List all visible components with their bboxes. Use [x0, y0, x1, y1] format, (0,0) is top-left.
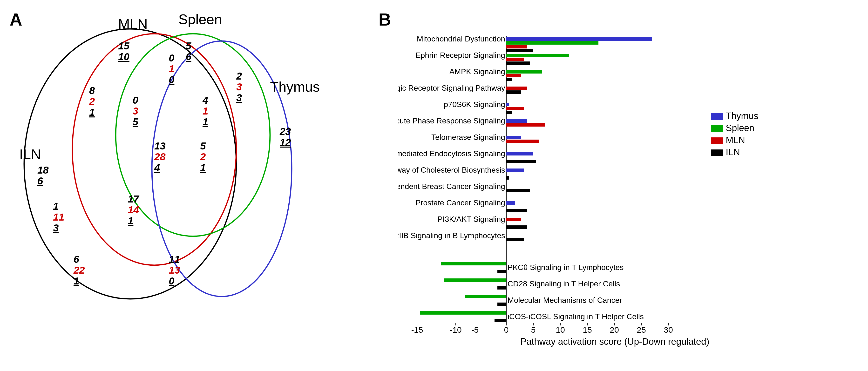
svg-text:1: 1: [200, 162, 206, 173]
spleen-label: Spleen: [179, 11, 222, 27]
svg-text:Telomerase Signaling: Telomerase Signaling: [431, 133, 505, 142]
svg-rect-115: [497, 286, 506, 289]
svg-rect-96: [506, 160, 536, 163]
svg-text:6: 6: [37, 175, 43, 187]
svg-text:Estrogen-Dependent Breast Canc: Estrogen-Dependent Breast Cancer Signali…: [398, 182, 505, 191]
svg-rect-90: [506, 123, 545, 127]
svg-rect-106: [506, 218, 521, 221]
svg-text:30: 30: [664, 325, 673, 334]
svg-text:15: 15: [118, 40, 129, 52]
svg-rect-117: [465, 295, 506, 298]
svg-text:20: 20: [610, 325, 619, 334]
svg-text:5: 5: [133, 116, 138, 127]
svg-text:-5: -5: [471, 325, 478, 334]
svg-rect-75: [506, 58, 524, 61]
svg-text:P2Y Purinergic Receptor Signal: P2Y Purinergic Receptor Signaling Pathwa…: [398, 84, 505, 92]
svg-text:5: 5: [186, 40, 191, 52]
svg-text:0: 0: [169, 74, 174, 85]
svg-rect-87: [506, 111, 513, 114]
svg-text:Prostate Cancer Signaling: Prostate Cancer Signaling: [415, 198, 505, 207]
svg-text:Mitochondrial Dysfunction: Mitochondrial Dysfunction: [417, 34, 505, 43]
svg-rect-80: [506, 78, 513, 81]
svg-rect-128: [711, 150, 723, 156]
mln-label: MLN: [118, 16, 148, 32]
svg-text:1: 1: [53, 200, 59, 212]
svg-text:Thymus: Thymus: [726, 111, 758, 121]
svg-text:28: 28: [154, 151, 166, 162]
svg-rect-98: [506, 168, 524, 172]
svg-rect-78: [506, 70, 542, 73]
svg-text:4: 4: [202, 94, 208, 106]
svg-rect-126: [711, 137, 723, 144]
svg-text:p70S6K Signaling: p70S6K Signaling: [444, 100, 505, 109]
svg-rect-120: [420, 311, 506, 315]
svg-text:Ephrin Receptor Signaling: Ephrin Receptor Signaling: [415, 51, 505, 60]
svg-text:FCγRIIB Signaling in B Lymphoc: FCγRIIB Signaling in B Lymphocytes: [398, 231, 505, 240]
svg-text:0: 0: [169, 52, 174, 64]
svg-text:3: 3: [53, 222, 59, 234]
svg-text:11: 11: [53, 211, 64, 223]
thymus-label: Thymus: [270, 79, 320, 94]
svg-rect-79: [506, 74, 521, 78]
iln-label: ILN: [19, 146, 41, 162]
svg-text:0: 0: [169, 275, 174, 287]
svg-text:Superpathway of Cholesterol Bi: Superpathway of Cholesterol Biosynthesis: [398, 165, 505, 174]
svg-text:CD28 Signaling in T Helper Cel: CD28 Signaling in T Helper Cells: [507, 279, 620, 288]
svg-text:10: 10: [118, 51, 129, 62]
svg-text:AMPK Signaling: AMPK Signaling: [450, 67, 505, 76]
svg-text:5: 5: [200, 140, 206, 152]
svg-text:1: 1: [203, 116, 208, 127]
svg-rect-112: [497, 270, 506, 273]
svg-text:13: 13: [154, 140, 166, 152]
svg-text:15: 15: [583, 325, 592, 334]
svg-text:1: 1: [169, 63, 174, 74]
svg-rect-92: [506, 136, 521, 139]
svg-rect-124: [711, 125, 723, 132]
svg-text:6: 6: [186, 51, 191, 62]
svg-text:8: 8: [89, 85, 95, 96]
svg-text:Molecular Mechanisms of Cancer: Molecular Mechanisms of Cancer: [507, 296, 622, 305]
svg-text:13: 13: [169, 265, 180, 276]
panel-b: B -15 -10 -5 0 5: [374, 0, 868, 371]
svg-text:23: 23: [279, 126, 291, 137]
svg-text:-15: -15: [411, 325, 423, 334]
svg-text:17: 17: [128, 193, 140, 205]
svg-text:ILN: ILN: [726, 147, 740, 157]
svg-rect-93: [506, 140, 539, 143]
svg-rect-74: [506, 54, 569, 57]
svg-text:Spleen: Spleen: [726, 123, 754, 133]
svg-rect-95: [506, 152, 533, 155]
svg-text:11: 11: [169, 254, 180, 265]
svg-rect-82: [506, 87, 527, 90]
svg-text:22: 22: [73, 265, 85, 276]
svg-rect-89: [506, 119, 527, 123]
svg-rect-103: [506, 201, 515, 205]
svg-rect-114: [444, 278, 506, 282]
panel-a: A ILN MLN Spleen Thymus 18 6 15 10 5 6 8…: [0, 0, 374, 371]
svg-rect-121: [495, 319, 506, 322]
svg-rect-71: [506, 45, 527, 49]
svg-rect-72: [506, 49, 533, 52]
svg-text:3: 3: [236, 92, 242, 103]
svg-text:2: 2: [236, 70, 242, 82]
svg-text:25: 25: [637, 325, 646, 334]
panel-b-label: B: [378, 10, 391, 29]
svg-rect-122: [711, 113, 723, 120]
svg-text:-10: -10: [450, 325, 462, 334]
svg-text:10: 10: [556, 325, 565, 334]
svg-text:PI3K/AKT Signaling: PI3K/AKT Signaling: [438, 215, 505, 223]
svg-rect-109: [506, 238, 524, 241]
svg-text:4: 4: [154, 162, 160, 173]
svg-text:0: 0: [504, 325, 509, 334]
svg-rect-86: [506, 107, 524, 110]
svg-text:0: 0: [133, 94, 138, 106]
svg-rect-101: [506, 189, 530, 192]
svg-text:1: 1: [128, 215, 133, 226]
svg-text:3: 3: [236, 81, 242, 93]
svg-text:MLN: MLN: [726, 135, 745, 145]
svg-rect-111: [441, 262, 506, 266]
svg-rect-69: [506, 37, 652, 41]
svg-text:iCOS-iCOSL Signaling in T Help: iCOS-iCOSL Signaling in T Helper Cells: [507, 312, 644, 321]
svg-rect-104: [506, 209, 527, 212]
svg-rect-83: [506, 90, 521, 94]
